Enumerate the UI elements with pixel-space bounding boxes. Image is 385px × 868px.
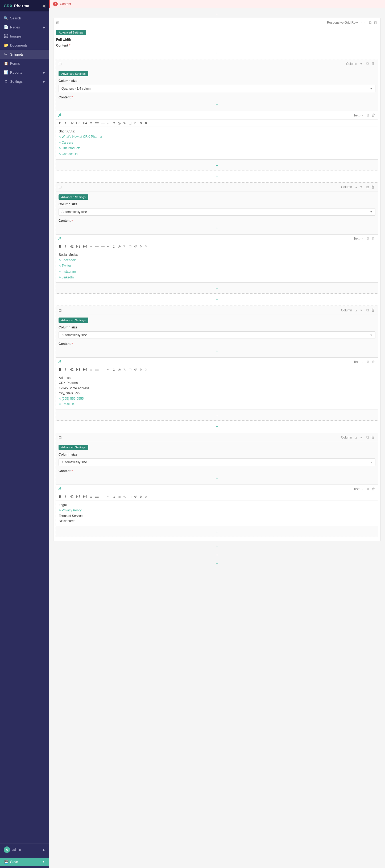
image-button[interactable]: ⬚	[127, 244, 132, 249]
add-column-between-2-3[interactable]: +	[56, 295, 378, 304]
media-button[interactable]: ◎	[117, 121, 122, 126]
column-size-dropdown-2[interactable]: Automatically size ▼	[59, 208, 376, 216]
h4-button[interactable]: H4	[82, 121, 88, 126]
media-button[interactable]: ◎	[117, 367, 122, 372]
phone-link[interactable]: (555)-555-5555	[59, 396, 375, 402]
h3-button[interactable]: H3	[75, 494, 81, 499]
delete-column-button[interactable]: 🗑	[371, 307, 376, 313]
h3-button[interactable]: H3	[75, 244, 81, 249]
redo-button[interactable]: ↻	[138, 494, 143, 499]
embed-button[interactable]: ⊙	[112, 244, 116, 249]
bold-button[interactable]: B	[58, 121, 62, 126]
user-menu-toggle[interactable]: ▲	[42, 848, 45, 851]
sidebar-item-reports[interactable]: 📊 Reports ▶	[0, 68, 49, 77]
sidebar-item-documents[interactable]: 📁 Documents	[0, 41, 49, 50]
media-button[interactable]: ◎	[117, 494, 122, 499]
sidebar-item-settings[interactable]: ⚙ Settings ▶	[0, 77, 49, 86]
column-size-dropdown-3[interactable]: Automatically size ▼	[59, 331, 376, 339]
duplicate-column-button[interactable]: ⧉	[366, 184, 369, 190]
link-item[interactable]: What's New at CRX-Pharma	[59, 134, 375, 140]
link-item[interactable]: Careers	[59, 140, 375, 146]
add-content-btn-col4[interactable]: +	[56, 474, 378, 483]
column-size-dropdown-1[interactable]: Quarters - 1/4 column ▼	[59, 85, 376, 92]
duplicate-text-button[interactable]: ⧉	[366, 113, 370, 118]
ol-button[interactable]: ≡≡	[94, 367, 100, 372]
enter-button[interactable]: ↵	[106, 244, 111, 249]
image-button[interactable]: ⬚	[127, 494, 132, 499]
privacy-policy-link[interactable]: Privacy Policy	[59, 508, 375, 514]
undo-button[interactable]: ↺	[133, 494, 138, 499]
h2-button[interactable]: H2	[68, 494, 75, 499]
ul-button[interactable]: ≡	[89, 367, 93, 372]
advanced-settings-button-col4[interactable]: Advanced Settings	[59, 445, 88, 450]
hr-button[interactable]: —	[100, 367, 106, 372]
h4-button[interactable]: H4	[82, 494, 88, 499]
add-content-btn-col1-bottom[interactable]: +	[56, 161, 378, 170]
image-button[interactable]: ⬚	[127, 367, 132, 372]
editor-content-1[interactable]: Short Cuts: What's New at CRX-Pharma Car…	[56, 127, 378, 159]
ol-button[interactable]: ≡≡	[94, 121, 100, 126]
ul-button[interactable]: ≡	[89, 494, 93, 499]
ul-button[interactable]: ≡	[89, 121, 93, 126]
media-button[interactable]: ◎	[117, 244, 122, 249]
editor-content-4[interactable]: Legal: Privacy Policy Terms of Service D…	[56, 500, 378, 526]
italic-button[interactable]: I	[63, 121, 68, 126]
italic-button[interactable]: I	[63, 244, 68, 249]
duplicate-column-button[interactable]: ⧉	[366, 435, 369, 440]
link-item[interactable]: Twitter	[59, 263, 375, 269]
ol-button[interactable]: ≡≡	[94, 244, 100, 249]
link-button[interactable]: ✎	[122, 494, 127, 499]
add-content-btn-col3[interactable]: +	[56, 347, 378, 356]
undo-button[interactable]: ↺	[133, 367, 138, 372]
embed-button[interactable]: ⊙	[112, 121, 116, 126]
hr-button[interactable]: —	[100, 244, 106, 249]
delete-text-button[interactable]: 🗑	[371, 113, 376, 118]
add-content-btn-col4-bottom[interactable]: +	[56, 528, 378, 537]
h3-button[interactable]: H3	[75, 121, 81, 126]
duplicate-text-button[interactable]: ⧉	[366, 236, 370, 242]
sidebar-item-snippets[interactable]: ✂ Snippets	[0, 50, 49, 59]
redo-button[interactable]: ↻	[138, 367, 143, 372]
h3-button[interactable]: H3	[75, 367, 81, 372]
delete-text-button[interactable]: 🗑	[371, 359, 376, 365]
h4-button[interactable]: H4	[82, 367, 88, 372]
advanced-settings-button-main[interactable]: Advanced Settings	[56, 30, 86, 35]
image-button[interactable]: ⬚	[127, 121, 132, 126]
sidebar-item-forms[interactable]: 📋 Forms	[0, 59, 49, 68]
sidebar-item-pages[interactable]: 📄 Pages ▶	[0, 23, 49, 32]
add-content-btn-col1[interactable]: +	[56, 100, 378, 109]
advanced-settings-button-col2[interactable]: Advanced Settings	[59, 194, 88, 200]
editor-content-3[interactable]: Address: CRX-Pharma 12345 Some Address C…	[56, 373, 378, 409]
delete-text-button[interactable]: 🗑	[371, 236, 376, 242]
embed-button[interactable]: ⊙	[112, 494, 116, 499]
link-button[interactable]: ✎	[122, 367, 127, 372]
duplicate-text-button[interactable]: ⧉	[366, 359, 370, 365]
link-item[interactable]: Facebook	[59, 257, 375, 263]
delete-column-button[interactable]: 🗑	[371, 435, 376, 440]
clear-button[interactable]: ✕	[144, 244, 148, 249]
italic-button[interactable]: I	[63, 494, 68, 499]
link-item[interactable]: Contact Us	[59, 151, 375, 157]
clear-button[interactable]: ✕	[144, 121, 148, 126]
ol-button[interactable]: ≡≡	[94, 494, 100, 499]
undo-button[interactable]: ↺	[133, 121, 138, 126]
duplicate-column-button[interactable]: ⧉	[366, 61, 369, 66]
advanced-settings-button-col3[interactable]: Advanced Settings	[59, 317, 88, 323]
link-item[interactable]: Our Products	[59, 146, 375, 151]
enter-button[interactable]: ↵	[106, 121, 111, 126]
add-row-button-bottom-3[interactable]: +	[53, 560, 381, 568]
duplicate-column-button[interactable]: ⧉	[366, 307, 369, 313]
h4-button[interactable]: H4	[82, 244, 88, 249]
add-column-between-3-4[interactable]: +	[56, 422, 378, 431]
column-size-dropdown-4[interactable]: Automatically size ▼	[59, 459, 376, 466]
save-button[interactable]: 💾 Save ▼	[0, 858, 49, 866]
hr-button[interactable]: —	[100, 494, 106, 499]
delete-text-button[interactable]: 🗑	[371, 486, 376, 492]
h2-button[interactable]: H2	[68, 244, 75, 249]
sidebar-toggle-button[interactable]: ◀	[42, 3, 45, 8]
duplicate-text-button[interactable]: ⧉	[366, 486, 370, 492]
h2-button[interactable]: H2	[68, 367, 75, 372]
link-item[interactable]: LinkedIn	[59, 275, 375, 281]
add-row-button-bottom-2[interactable]: +	[53, 551, 381, 560]
add-content-btn-col3-bottom[interactable]: +	[56, 411, 378, 421]
